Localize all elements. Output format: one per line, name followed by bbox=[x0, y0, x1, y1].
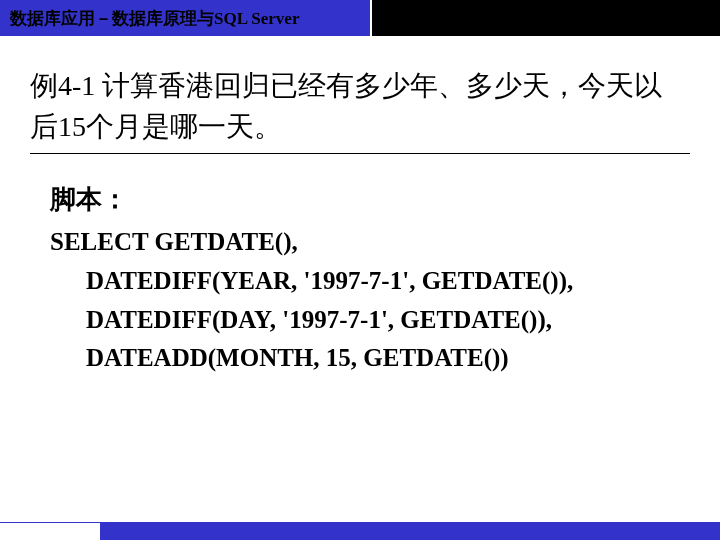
header-title: 数据库应用－数据库原理与SQL Server bbox=[10, 7, 299, 30]
header-tab: 数据库应用－数据库原理与SQL Server bbox=[0, 0, 370, 36]
example-title-block: 例4-1 计算香港回归已经有多少年、多少天，今天以后15个月是哪一天。 bbox=[30, 66, 690, 147]
script-block: 脚本： SELECT GETDATE(), DATEDIFF(YEAR, '19… bbox=[30, 182, 690, 378]
bottom-divider bbox=[100, 522, 102, 540]
top-bar: 数据库应用－数据库原理与SQL Server bbox=[0, 0, 720, 36]
code-line-1: SELECT GETDATE(), bbox=[50, 223, 690, 262]
script-label: 脚本： bbox=[50, 182, 690, 217]
code-line-3: DATEDIFF(DAY, '1997-7-1', GETDATE()), bbox=[50, 301, 690, 340]
bottom-tab bbox=[0, 522, 100, 540]
bottom-bar bbox=[0, 522, 720, 540]
code-line-4: DATEADD(MONTH, 15, GETDATE()) bbox=[50, 339, 690, 378]
slide-content: 例4-1 计算香港回归已经有多少年、多少天，今天以后15个月是哪一天。 脚本： … bbox=[0, 36, 720, 378]
top-bar-remainder bbox=[372, 0, 720, 36]
example-heading: 例4-1 计算香港回归已经有多少年、多少天，今天以后15个月是哪一天。 bbox=[30, 66, 690, 147]
code-line-2: DATEDIFF(YEAR, '1997-7-1', GETDATE()), bbox=[50, 262, 690, 301]
title-underline bbox=[30, 153, 690, 154]
